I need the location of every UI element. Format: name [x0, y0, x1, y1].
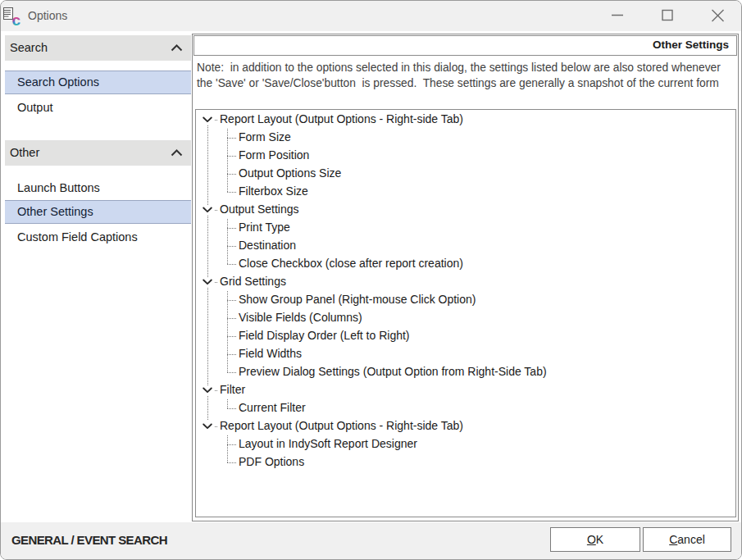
svg-text:c: c — [12, 11, 21, 27]
